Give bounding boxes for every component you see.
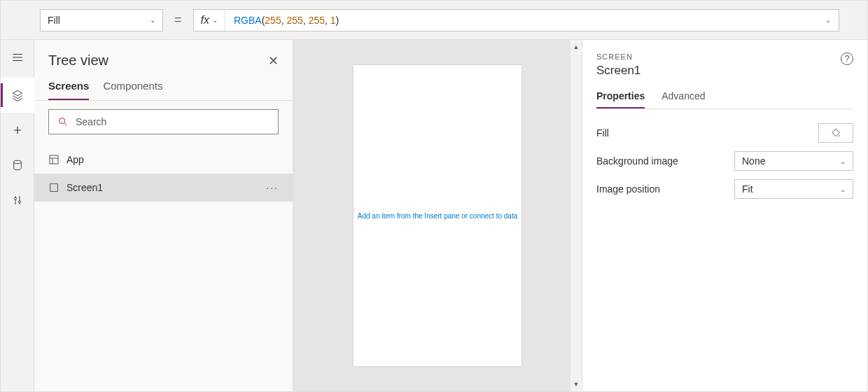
search-input[interactable]: Search <box>48 109 279 134</box>
formula-function: RGBA <box>234 15 262 26</box>
tree-title: Tree view <box>48 52 108 69</box>
fx-label-text: fx <box>201 14 209 27</box>
prop-label-fill: Fill <box>596 127 722 139</box>
scroll-down-arrow-icon[interactable]: ▼ <box>570 377 582 391</box>
hamburger-icon <box>11 51 24 64</box>
prop-label-image-pos: Image position <box>596 183 722 195</box>
equals-sign: = <box>170 13 186 27</box>
canvas-hint-text: Add an item from the Insert pane or conn… <box>358 212 517 220</box>
tree-tabs: Screens Components <box>34 73 293 101</box>
app-icon <box>48 154 59 165</box>
search-wrap: Search <box>34 101 293 143</box>
help-button[interactable]: ? <box>841 52 853 65</box>
search-icon <box>57 116 69 127</box>
props-name: Screen1 <box>596 64 640 78</box>
chevron-down-icon: ⌄ <box>840 186 846 193</box>
tree-view-rail-button[interactable] <box>1 78 34 113</box>
left-rail <box>1 40 34 391</box>
tab-components[interactable]: Components <box>103 80 162 100</box>
canvas-screen[interactable]: Add an item from the Insert pane or conn… <box>354 65 522 366</box>
props-tabs: Properties Advanced <box>596 90 853 109</box>
formula-text[interactable]: RGBA(255, 255, 255, 1) <box>225 15 818 26</box>
image-position-value: Fit <box>742 183 753 195</box>
close-panel-button[interactable]: ✕ <box>268 53 279 69</box>
paint-bucket-icon <box>830 127 841 139</box>
tab-advanced[interactable]: Advanced <box>662 90 705 108</box>
prop-rows: Fill Background image None ⌄ Image posit… <box>596 109 853 203</box>
svg-point-3 <box>59 118 65 124</box>
svg-point-1 <box>15 197 17 200</box>
svg-point-0 <box>14 160 22 164</box>
help-icon: ? <box>845 54 850 64</box>
properties-panel: SCREEN Screen1 ? Properties Advanced Fil… <box>582 40 867 391</box>
svg-rect-5 <box>50 184 58 192</box>
scroll-up-arrow-icon[interactable]: ▲ <box>570 40 582 54</box>
fx-button[interactable]: fx ⌄ <box>194 10 225 31</box>
prop-label-bg-image: Background image <box>596 155 722 167</box>
scroll-track[interactable] <box>570 54 582 377</box>
canvas-area[interactable]: Add an item from the Insert pane or conn… <box>293 40 582 391</box>
tree-item-label: Screen1 <box>66 182 103 193</box>
expand-formula-chevron[interactable]: ⌄ <box>818 16 839 24</box>
main-layout: Tree view ✕ Screens Components Search Ap… <box>1 40 867 391</box>
formula-bar: Fill ⌄ = fx ⌄ RGBA(255, 255, 255, 1) ⌄ <box>1 1 867 40</box>
image-position-select[interactable]: Fit ⌄ <box>734 179 853 199</box>
props-header: SCREEN Screen1 ? <box>596 52 853 78</box>
props-title-block: SCREEN Screen1 <box>596 52 640 78</box>
formula-input[interactable]: fx ⌄ RGBA(255, 255, 255, 1) ⌄ <box>193 9 839 31</box>
prop-row-image-pos: Image position Fit ⌄ <box>596 175 853 203</box>
tree-header: Tree view ✕ <box>34 40 293 73</box>
hamburger-menu-button[interactable] <box>1 40 34 75</box>
svg-rect-4 <box>50 155 58 164</box>
tab-properties[interactable]: Properties <box>596 90 645 108</box>
property-selector[interactable]: Fill ⌄ <box>40 9 163 31</box>
chevron-down-icon: ⌄ <box>150 16 155 24</box>
screen-icon <box>48 182 59 193</box>
vertical-scrollbar[interactable]: ▲ ▼ <box>570 40 582 391</box>
svg-point-2 <box>19 201 21 203</box>
fill-color-button[interactable] <box>818 123 853 143</box>
more-options-button[interactable]: ··· <box>266 182 279 193</box>
insert-rail-button[interactable] <box>1 113 34 148</box>
chevron-down-icon: ⌄ <box>840 158 846 165</box>
sliders-icon <box>11 194 24 206</box>
plus-icon <box>11 124 24 136</box>
prop-row-bg-image: Background image None ⌄ <box>596 147 853 175</box>
search-placeholder: Search <box>76 116 106 127</box>
props-type-label: SCREEN <box>596 52 640 61</box>
tree-item-label: App <box>66 154 84 165</box>
tree-item-app[interactable]: App <box>34 146 293 174</box>
layers-icon <box>11 89 24 102</box>
bg-image-value: None <box>742 155 765 167</box>
tree-list: App Screen1 ··· <box>34 143 293 204</box>
tree-view-panel: Tree view ✕ Screens Components Search Ap… <box>34 40 293 391</box>
tree-item-screen1[interactable]: Screen1 ··· <box>34 174 293 202</box>
tools-rail-button[interactable] <box>1 183 34 218</box>
prop-row-fill: Fill <box>596 119 853 147</box>
bg-image-select[interactable]: None ⌄ <box>734 151 853 171</box>
data-rail-button[interactable] <box>1 148 34 183</box>
tab-screens[interactable]: Screens <box>48 80 89 100</box>
chevron-down-icon: ⌄ <box>212 16 218 24</box>
database-icon <box>11 159 24 172</box>
property-selector-label: Fill <box>48 15 60 26</box>
